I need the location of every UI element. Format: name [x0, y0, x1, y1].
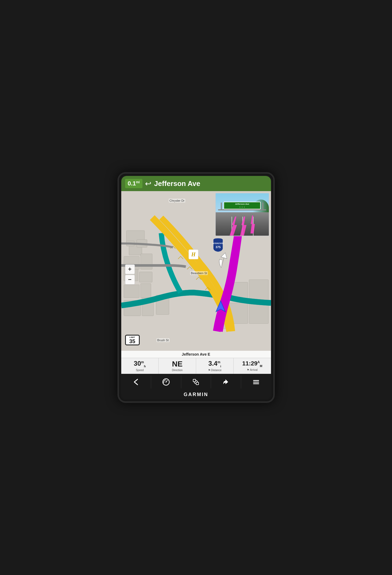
current-street-label: Jefferson Ave E: [121, 351, 271, 358]
menu-button[interactable]: [241, 375, 271, 388]
back-button[interactable]: [121, 375, 151, 388]
header-street-name: Jefferson Ave: [154, 179, 267, 188]
back-icon: [132, 378, 140, 386]
speedometer-button[interactable]: [151, 375, 181, 388]
menu-icon: [252, 378, 260, 386]
arrival-cell: 11:29AM ⚑ Arrival: [234, 358, 271, 374]
turn-button[interactable]: [211, 375, 241, 388]
speedometer-icon: [162, 378, 170, 386]
beaubien-st-label: Beaubien St: [190, 271, 208, 275]
arrival-label: ⚑ Arrival: [247, 368, 257, 371]
bottom-toolbar: [121, 374, 271, 390]
svg-rect-10: [141, 283, 151, 298]
svg-rect-27: [193, 379, 196, 382]
svg-point-26: [165, 381, 167, 383]
svg-rect-6: [141, 254, 152, 269]
arrival-flag-icon: ⚑: [247, 368, 249, 371]
chrysler-dr-label: Chrysler Dr: [169, 199, 186, 203]
garmin-logo: GARMIN: [121, 390, 271, 399]
speed-cell: 30mh Speed: [121, 358, 159, 374]
svg-marker-23: [240, 217, 246, 236]
distance-flag-icon: ⚑: [208, 369, 211, 372]
brush-st-label: Brush St: [157, 338, 170, 342]
distance-unit: mi: [136, 180, 140, 184]
distance-label: ⚑ Distance: [208, 369, 222, 372]
zoom-out-button[interactable]: −: [125, 275, 135, 285]
turn-arrow-icon: ↪: [145, 179, 151, 188]
speed-limit-sign: LIMIT 35: [125, 335, 140, 345]
route-button[interactable]: [181, 375, 211, 388]
direction-cell: NE Direction: [159, 358, 196, 374]
poi-icon: H: [189, 249, 198, 259]
speed-limit-value: 35: [128, 339, 137, 344]
direction-label: Direction: [172, 369, 183, 372]
svg-rect-15: [249, 280, 268, 300]
junction-view: Jefferson Ave ↓ ↓ ↓: [215, 193, 269, 236]
svg-marker-24: [249, 216, 256, 233]
svg-text:INTERSTATE: INTERSTATE: [212, 242, 224, 244]
screen: 0.1mi ↪ Jefferson Ave: [121, 176, 271, 399]
turn-icon: [222, 378, 230, 386]
speed-label: Speed: [136, 369, 144, 372]
distance-cell: 3.4mi ⚑ Distance: [196, 358, 234, 374]
junction-sign-text: Jefferson Ave: [225, 203, 259, 205]
device-frame: 0.1mi ↪ Jefferson Ave: [117, 172, 275, 403]
speed-value: 30mh: [134, 360, 146, 368]
distance-badge: 0.1mi: [125, 179, 143, 188]
svg-marker-22: [230, 217, 238, 236]
svg-rect-29: [253, 380, 259, 381]
direction-value: NE: [172, 360, 183, 368]
svg-rect-31: [253, 383, 259, 384]
svg-rect-30: [253, 382, 259, 383]
instrument-panel: 30mh Speed NE Direction 3.4mi ⚑ Distance: [121, 358, 271, 374]
svg-text:375: 375: [215, 245, 221, 249]
map-area: INTERSTATE 375 Chrysler Dr Beaubien St B…: [121, 191, 271, 358]
svg-rect-9: [124, 285, 139, 298]
zoom-in-button[interactable]: +: [125, 264, 135, 274]
arrival-value: 11:29AM: [242, 361, 262, 368]
svg-rect-8: [139, 272, 152, 282]
distance-value: 0.1: [128, 180, 136, 187]
route-icon: [192, 378, 200, 386]
nav-header: 0.1mi ↪ Jefferson Ave: [121, 176, 271, 191]
svg-rect-28: [196, 382, 199, 385]
distance-value: 3.4mi: [208, 360, 221, 368]
zoom-controls: + −: [125, 264, 135, 285]
